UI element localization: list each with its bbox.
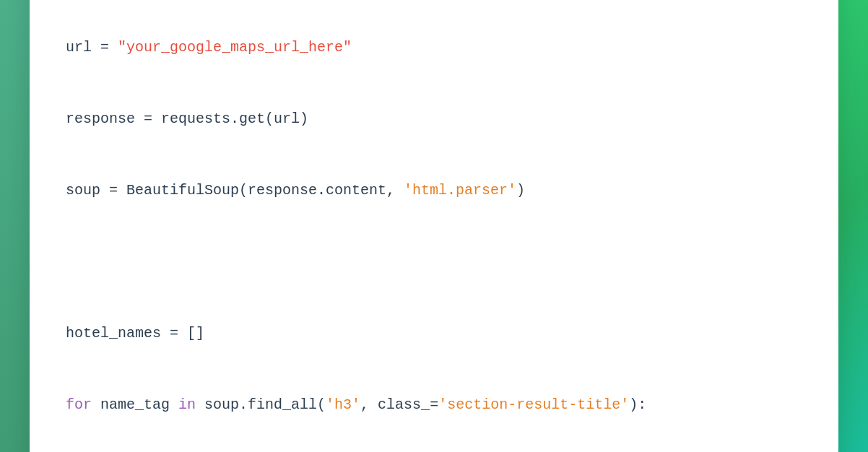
code-text: ): [629, 396, 646, 413]
code-line-5: response = requests.get(url) [66, 107, 802, 131]
code-text: soup = BeautifulSoup(response.content, [66, 182, 404, 199]
string-class: 'section-result-title' [438, 396, 629, 413]
code-line-6: soup = BeautifulSoup(response.content, '… [66, 178, 802, 202]
code-text: , class_= [360, 396, 438, 413]
code-text: soup.find_all( [196, 396, 326, 413]
code-block: from bs4 import BeautifulSoup import req… [66, 0, 802, 452]
code-text: hotel_names = [] [66, 325, 204, 342]
code-line-4: url = "your_google_maps_url_here" [66, 35, 802, 59]
keyword-for: for [66, 396, 92, 413]
code-text: ) [516, 182, 525, 199]
string-parser: 'html.parser' [404, 182, 516, 199]
string-h3: 'h3' [326, 396, 360, 413]
code-text: response = requests.get(url) [66, 110, 308, 127]
string-url: "your_google_maps_url_here" [118, 39, 352, 56]
code-line-8: hotel_names = [] [66, 321, 802, 345]
code-card: from bs4 import BeautifulSoup import req… [30, 0, 838, 452]
code-line-7 [66, 250, 802, 274]
code-text: url = [66, 39, 118, 56]
code-text: name_tag [92, 396, 178, 413]
code-line-9: for name_tag in soup.find_all('h3', clas… [66, 393, 802, 417]
keyword-in: in [178, 396, 196, 413]
